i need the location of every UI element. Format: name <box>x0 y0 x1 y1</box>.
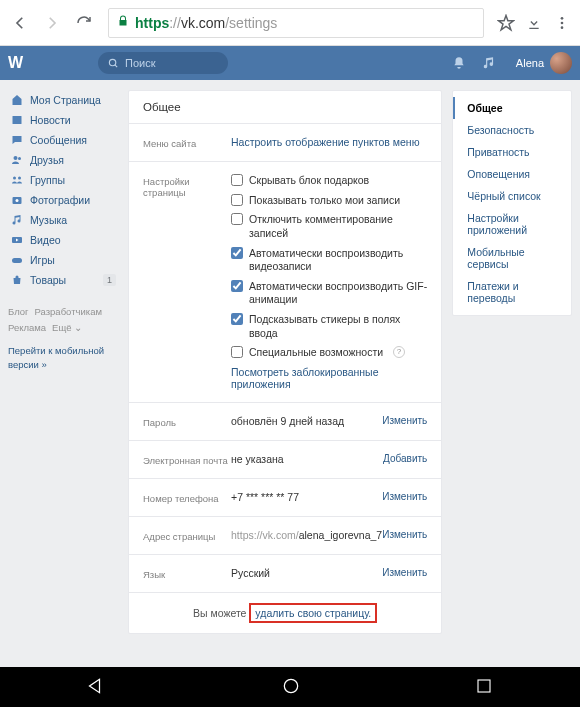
news-icon <box>10 113 24 127</box>
disable-comments-checkbox[interactable]: Отключить комментирование записей <box>231 213 427 240</box>
notifications-button[interactable] <box>444 56 474 70</box>
svg-point-2 <box>561 26 564 29</box>
games-icon <box>10 253 24 267</box>
view-blocked-apps-link[interactable]: Посмотреть заблокированные приложения <box>231 366 427 390</box>
panel-title: Общее <box>129 91 441 124</box>
friends-icon <box>10 153 24 167</box>
settings-panel: Общее Меню сайта Настроить отображение п… <box>128 90 442 634</box>
only-my-posts-checkbox[interactable]: Показывать только мои записи <box>231 194 427 208</box>
language-change-link[interactable]: Изменить <box>382 567 427 580</box>
url-protocol: https <box>135 15 169 31</box>
photos-icon <box>10 193 24 207</box>
sidebar-item-label: Видео <box>30 234 61 246</box>
svg-point-8 <box>18 177 21 180</box>
forward-button[interactable] <box>38 9 66 37</box>
music-icon <box>10 213 24 227</box>
tab-2[interactable]: Приватность <box>453 141 571 163</box>
android-nav-bar <box>0 667 580 707</box>
video-icon <box>10 233 24 247</box>
sidebar-item-label: Сообщения <box>30 134 87 146</box>
sidebar-item-label: Группы <box>30 174 65 186</box>
msg-icon <box>10 133 24 147</box>
autoplay-video-checkbox[interactable]: Автоматически воспроизводить видеозаписи <box>231 247 427 274</box>
hide-gifts-checkbox[interactable]: Скрывать блок подарков <box>231 174 427 188</box>
tab-4[interactable]: Чёрный список <box>453 185 571 207</box>
sidebar-item-home[interactable]: Моя Страница <box>8 90 118 110</box>
svg-point-3 <box>109 59 115 65</box>
sidebar-item-label: Игры <box>30 254 55 266</box>
address-label: Адрес страницы <box>143 529 231 542</box>
sidebar-item-video[interactable]: Видео <box>8 230 118 250</box>
accessibility-checkbox[interactable]: Специальные возможности? <box>231 346 427 360</box>
settings-tabs: ОбщееБезопасностьПриватностьОповещенияЧё… <box>452 90 572 316</box>
address-change-link[interactable]: Изменить <box>382 529 427 542</box>
suggest-stickers-checkbox[interactable]: Подсказывать стикеры в полях ввода <box>231 313 427 340</box>
android-home-button[interactable] <box>281 676 301 698</box>
email-add-link[interactable]: Добавить <box>383 453 427 466</box>
sidebar-item-label: Товары <box>30 274 66 286</box>
delete-account-link[interactable]: удалить свою страницу. <box>249 603 377 623</box>
sidebar-item-music[interactable]: Музыка <box>8 210 118 230</box>
autoplay-gif-checkbox[interactable]: Автоматически воспроизводить GIF-анимаци… <box>231 280 427 307</box>
tab-7[interactable]: Платежи и переводы <box>453 275 571 309</box>
svg-rect-14 <box>478 680 490 692</box>
password-change-link[interactable]: Изменить <box>382 415 427 428</box>
tab-5[interactable]: Настройки приложений <box>453 207 571 241</box>
sidebar-item-label: Музыка <box>30 214 67 226</box>
sidebar-item-market[interactable]: Товары1 <box>8 270 118 290</box>
android-back-button[interactable] <box>87 676 107 698</box>
sidebar-item-news[interactable]: Новости <box>8 110 118 130</box>
sidebar-item-games[interactable]: Игры <box>8 250 118 270</box>
user-menu[interactable]: Alena <box>516 52 572 74</box>
browser-toolbar: https://vk.com/settings <box>0 0 580 46</box>
android-recent-button[interactable] <box>475 677 493 697</box>
market-icon <box>10 273 24 287</box>
svg-point-1 <box>561 21 564 24</box>
configure-menu-link[interactable]: Настроить отображение пунктов меню <box>231 136 420 148</box>
email-value: не указана <box>231 453 383 466</box>
tab-6[interactable]: Мобильные сервисы <box>453 241 571 275</box>
left-nav: Моя СтраницаНовостиСообщенияДрузьяГруппы… <box>8 90 118 634</box>
sidebar-item-photos[interactable]: Фотографии <box>8 190 118 210</box>
menu-label: Меню сайта <box>143 136 231 149</box>
tab-3[interactable]: Оповещения <box>453 163 571 185</box>
search-icon <box>108 58 119 69</box>
back-button[interactable] <box>6 9 34 37</box>
username: Alena <box>516 57 544 69</box>
tab-1[interactable]: Безопасность <box>453 119 571 141</box>
menu-button[interactable] <box>550 15 574 31</box>
language-value: Русский <box>231 567 382 580</box>
avatar <box>550 52 572 74</box>
download-button[interactable] <box>522 15 546 31</box>
phone-change-link[interactable]: Изменить <box>382 491 427 504</box>
address-bar[interactable]: https://vk.com/settings <box>108 8 484 38</box>
sidebar-item-groups[interactable]: Группы <box>8 170 118 190</box>
svg-rect-12 <box>12 258 22 263</box>
help-icon[interactable]: ? <box>393 346 405 358</box>
page-settings-label: Настройки страницы <box>143 174 231 390</box>
sidebar-item-label: Друзья <box>30 154 64 166</box>
tab-0[interactable]: Общее <box>453 97 571 119</box>
sidebar-item-msg[interactable]: Сообщения <box>8 130 118 150</box>
url-domain: vk.com <box>181 15 225 31</box>
svg-point-7 <box>13 177 16 180</box>
vk-header: W Поиск Alena <box>0 46 580 80</box>
sidebar-item-label: Новости <box>30 114 71 126</box>
groups-icon <box>10 173 24 187</box>
language-label: Язык <box>143 567 231 580</box>
address-value: https://vk.com/alena_igorevna_7 <box>231 529 382 542</box>
search-input[interactable]: Поиск <box>98 52 228 74</box>
phone-label: Номер телефона <box>143 491 231 504</box>
sidebar-badge: 1 <box>103 274 116 286</box>
password-label: Пароль <box>143 415 231 428</box>
lock-icon <box>117 14 129 31</box>
music-button[interactable] <box>474 56 504 70</box>
email-label: Электронная почта <box>143 453 231 466</box>
svg-point-10 <box>16 199 19 202</box>
reload-button[interactable] <box>70 9 98 37</box>
sidebar-item-friends[interactable]: Друзья <box>8 150 118 170</box>
mobile-version-link[interactable]: Перейти к мобильной версии » <box>8 344 118 371</box>
vk-logo[interactable]: W <box>8 54 38 72</box>
bookmark-button[interactable] <box>494 14 518 32</box>
delete-account-row: Вы можете удалить свою страницу. <box>129 593 441 633</box>
